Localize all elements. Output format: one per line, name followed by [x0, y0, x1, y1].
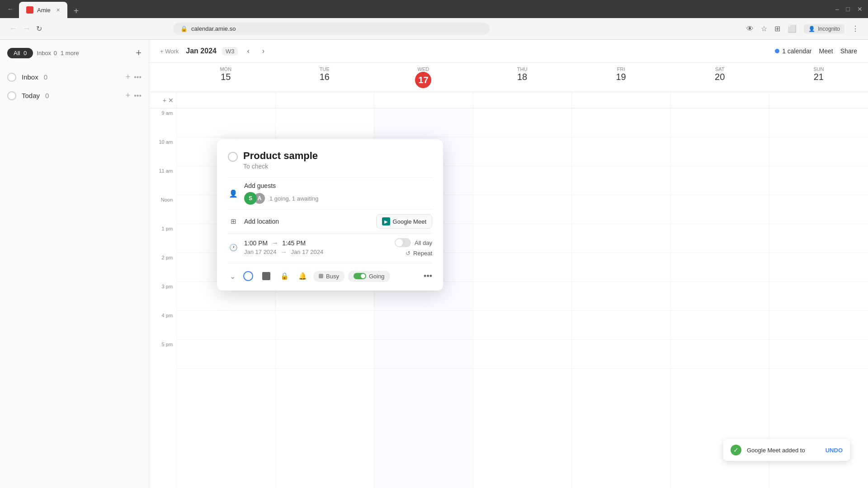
sidebar-filter-row: All 0 Inbox 0 1 more +: [7, 47, 142, 59]
event-subtitle: To check: [243, 163, 318, 170]
busy-badge[interactable]: Busy: [313, 271, 344, 282]
day-col-sat: Sat 20: [670, 63, 769, 92]
inbox-add-btn[interactable]: +: [126, 72, 131, 82]
event-footer: ⌄ 🔒 🔔 Busy: [228, 263, 432, 283]
time-label-11am: 11 am: [149, 166, 176, 195]
day-num-sun: 21: [769, 72, 868, 82]
day-num-thu: 18: [473, 72, 572, 82]
allday-controls: All day ↺ Repeat: [395, 238, 432, 257]
minimize-btn[interactable]: –: [835, 5, 839, 13]
notif-text: Google Meet added to: [747, 447, 820, 454]
share-btn[interactable]: Share: [840, 47, 857, 55]
footer-circle-btn[interactable]: [241, 269, 255, 283]
week-badge: W3: [222, 47, 238, 56]
going-toggle-dot: [354, 273, 366, 279]
time-labels-col: 9 am 10 am 11 am Noon 1 pm 2 pm 3 pm 4 p…: [149, 108, 176, 488]
day-label-sun: Sun: [769, 66, 868, 72]
repeat-label[interactable]: Repeat: [413, 250, 432, 257]
tab-close-icon[interactable]: ✕: [56, 7, 60, 13]
allday-row: + ✕: [149, 92, 868, 108]
active-tab[interactable]: Amie ✕: [19, 2, 67, 18]
allday-toggle[interactable]: [395, 238, 411, 247]
allday-cell-thu: [473, 92, 572, 108]
time-label-spacer: [149, 63, 176, 92]
forward-nav-btn[interactable]: →: [23, 24, 31, 33]
reload-btn[interactable]: ↻: [36, 24, 42, 33]
guest-avatars: S A: [244, 192, 266, 205]
today-checkbox[interactable]: [7, 91, 16, 100]
inbox-count: 0: [44, 73, 47, 81]
event-complete-circle[interactable]: [228, 152, 238, 162]
date-arrow: →: [280, 248, 288, 256]
location-label[interactable]: Add location: [244, 218, 371, 225]
lock-icon: 🔒: [280, 272, 289, 280]
date-start: Jan 17 2024: [244, 249, 277, 255]
calendar-dot: [775, 49, 779, 53]
sidebar-item-today[interactable]: Today 0 + •••: [7, 86, 142, 105]
today-add-btn[interactable]: +: [126, 91, 131, 100]
time-label-4pm: 4 pm: [149, 311, 176, 340]
footer-chevron-btn[interactable]: ⌄: [228, 270, 237, 282]
allday-cell-fri: [571, 92, 670, 108]
today-more-btn[interactable]: •••: [134, 91, 142, 100]
google-meet-btn[interactable]: ▶ Google Meet: [376, 214, 432, 229]
guests-info-row: S A 1 going, 1 awaiting: [244, 192, 432, 205]
close-btn[interactable]: ✕: [857, 5, 863, 13]
tab-group: Amie ✕ +: [19, 0, 832, 18]
sidebar-item-inbox[interactable]: Inbox 0 + •••: [7, 68, 142, 86]
time-label-noon: Noon: [149, 195, 176, 224]
col-sun: [769, 108, 868, 488]
today-actions: + •••: [126, 91, 142, 100]
footer-more-btn[interactable]: •••: [424, 272, 432, 281]
tab-favicon: [26, 6, 33, 14]
sidebar-add-btn[interactable]: +: [136, 47, 142, 59]
next-week-btn[interactable]: ›: [259, 45, 268, 57]
filter-more-btn[interactable]: 1 more: [61, 50, 79, 56]
filter-all-btn[interactable]: All 0: [7, 48, 33, 58]
col-thu: [473, 108, 572, 488]
going-badge[interactable]: Going: [348, 271, 390, 282]
day-label-wed: Wed: [374, 66, 473, 72]
repeat-icon: ↺: [406, 250, 410, 257]
footer-lock-btn[interactable]: 🔒: [277, 269, 292, 283]
filter-inbox-btn[interactable]: Inbox 0: [37, 50, 57, 56]
notif-undo-btn[interactable]: UNDO: [826, 447, 843, 454]
close-allday-btn[interactable]: ✕: [168, 97, 174, 104]
menu-icon[interactable]: ⋮: [852, 24, 859, 33]
extension-icon[interactable]: ⊞: [774, 24, 780, 33]
new-tab-btn[interactable]: +: [68, 4, 85, 18]
time-label-10am: 10 am: [149, 137, 176, 166]
cal-title: Jan 2024: [186, 47, 217, 55]
bell-icon: 🔔: [298, 272, 307, 280]
busy-dot: [319, 274, 323, 278]
allday-cell-tue: [275, 92, 374, 108]
time-label-2pm: 2 pm: [149, 253, 176, 282]
footer-bell-btn[interactable]: 🔔: [295, 269, 310, 283]
inbox-more-btn[interactable]: •••: [134, 72, 142, 82]
day-headers-row: Mon 15 Tue 16 Wed 17 Thu 18 Fri 19 Sat 2…: [149, 63, 868, 92]
prev-week-btn[interactable]: ‹: [243, 45, 253, 57]
add-guests-label[interactable]: Add guests: [244, 182, 432, 189]
time-section: 🕐 1:00 PM → 1:45 PM Jan 17 2024 → Jan 17…: [228, 233, 432, 261]
url-input-area[interactable]: 🔒 calendar.amie.so: [173, 23, 490, 35]
location-section: ⊞ Add location ▶ Google Meet: [228, 209, 432, 233]
incognito-badge: 👤 Incognito: [804, 24, 844, 33]
day-col-tue: Tue 16: [275, 63, 374, 92]
bookmark-icon[interactable]: ☆: [761, 24, 767, 33]
day-num-wed-today: 17: [415, 72, 431, 88]
inbox-checkbox[interactable]: [7, 73, 16, 82]
day-label-mon: Mon: [176, 66, 275, 72]
footer-square-btn[interactable]: [259, 269, 274, 283]
meet-icon: ▶: [382, 217, 390, 225]
eye-slash-icon: 👁: [746, 25, 754, 33]
maximize-btn[interactable]: □: [846, 5, 850, 13]
day-col-fri: Fri 19: [571, 63, 670, 92]
col-sat: [670, 108, 769, 488]
sidebar-toggle-icon[interactable]: ⬜: [788, 24, 797, 33]
tab-back-btn[interactable]: ←: [5, 4, 15, 14]
secure-icon: 🔒: [180, 25, 188, 32]
add-allday-btn[interactable]: +: [163, 97, 166, 104]
browser-chrome: ← Amie ✕ + – □ ✕: [0, 0, 868, 18]
back-nav-btn[interactable]: ←: [9, 24, 17, 33]
meet-btn[interactable]: Meet: [819, 47, 833, 55]
